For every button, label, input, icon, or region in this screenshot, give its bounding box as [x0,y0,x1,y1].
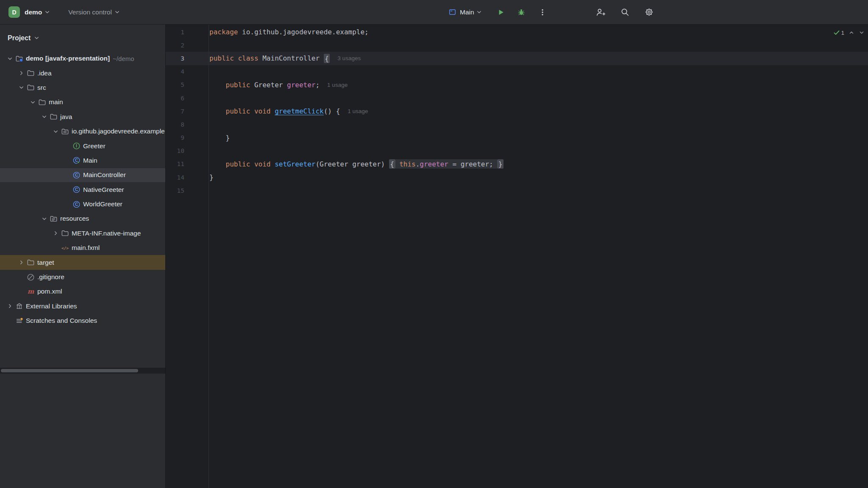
line-number[interactable]: 7 [166,108,184,115]
chevron-right-icon[interactable] [17,259,26,266]
tree-row-main[interactable]: CMain [0,153,165,168]
project-view-header[interactable]: Project [0,25,165,51]
vcs-widget[interactable]: Version control [68,8,120,16]
run-config-name[interactable]: Main [460,8,474,16]
settings-gear-icon[interactable] [645,8,654,17]
tree-row-resources[interactable]: resources [0,211,165,226]
code-line-2[interactable]: 2 [166,39,868,52]
tree-row-io-github-jagodevreede-example[interactable]: io.github.jagodevreede.example [0,124,165,139]
debug-button[interactable] [517,8,526,17]
tree-row-pom-xml[interactable]: mpom.xml [0,284,165,299]
tree-label: pom.xml [37,288,62,295]
main-toolbar: D demo Version control Main [0,0,868,25]
tree-row-idea[interactable]: .idea [0,66,165,80]
tree-row-java[interactable]: java [0,110,165,124]
more-actions-button[interactable] [538,8,547,17]
chevron-down-icon [114,9,120,15]
chevron-down-icon[interactable] [5,55,14,62]
tree-label: External Libraries [26,302,77,310]
line-number[interactable]: 9 [166,134,184,141]
tree-row-maincontroller[interactable]: CMainController [0,168,165,182]
tree-row-scratches-and-consoles[interactable]: Scratches and Consoles [0,313,165,328]
project-badge[interactable]: D [8,6,20,18]
next-problem-button[interactable] [859,30,865,36]
class-icon: C [72,186,81,194]
code-line-15[interactable]: 15 [166,184,868,197]
code-line-7[interactable]: 7 public void greetmeClick() {1 usage [166,105,868,118]
usages-inlay-hint[interactable]: 1 usage [327,82,348,88]
chevron-down-icon[interactable] [51,128,60,135]
gutter-fold-area [184,92,209,105]
usages-inlay-hint[interactable]: 1 usage [348,108,368,114]
chevron-down-icon[interactable] [17,84,26,91]
code-line-1[interactable]: 1package io.github.jagodevreede.example; [166,25,868,39]
code-line-5[interactable]: 5 public Greeter greeter;1 usage [166,78,868,92]
tree-label: demo [javafx-presentation] [26,55,110,62]
tree-row-demo-javafx-presentation[interactable]: demo [javafx-presentation]~/demo [0,51,165,66]
gutter-fold-area [184,158,209,171]
run-button[interactable] [497,8,505,17]
line-number[interactable]: 6 [166,95,184,102]
tree-row-worldgreeter[interactable]: CWorldGreeter [0,197,165,211]
line-number[interactable]: 1 [166,29,184,36]
gutter-fold-area [184,144,209,158]
chevron-right-icon[interactable] [51,230,60,236]
tree-row-main-fxml[interactable]: </>main.fxml [0,241,165,255]
svg-text:C: C [75,202,78,207]
code-line-3[interactable]: 3public class MainController {3 usages [166,52,868,65]
line-number[interactable]: 5 [166,81,184,88]
tree-row-meta-inf-native-image[interactable]: META-INF.native-image [0,226,165,241]
previous-problem-button[interactable] [849,30,854,36]
folder-icon [26,83,35,92]
chevron-down-icon[interactable] [39,114,49,120]
tree-row-external-libraries[interactable]: External Libraries [0,299,165,313]
class-run-icon: C [72,156,81,164]
horizontal-scrollbar-thumb[interactable] [1,369,138,372]
project-switcher[interactable]: demo [25,8,50,16]
usages-inlay-hint[interactable]: 3 usages [337,55,361,61]
scratches-icon [14,317,24,325]
line-number[interactable]: 4 [166,68,184,75]
line-number[interactable]: 10 [166,147,184,154]
horizontal-scrollbar-track[interactable] [0,368,165,374]
add-user-icon[interactable] [596,8,605,17]
editor-content: 1package io.github.jagodevreede.example;… [166,25,868,197]
line-number[interactable]: 3 [166,55,184,62]
code-line-11[interactable]: 11 public void setGreeter(Greeter greete… [166,158,868,171]
tree-row-nativegreeter[interactable]: CNativeGreeter [0,183,165,197]
folder-icon [26,69,35,77]
code-line-14[interactable]: 14} [166,171,868,184]
line-number[interactable]: 14 [166,174,184,181]
code-line-6[interactable]: 6 [166,92,868,105]
code-line-4[interactable]: 4 [166,65,868,78]
svg-text:C: C [75,187,78,192]
code-line-9[interactable]: 9 } [166,131,868,144]
tree-row-main[interactable]: main [0,95,165,109]
code-line-10[interactable]: 10 [166,144,868,158]
run-widget: Main [448,0,547,24]
run-config-app-icon[interactable] [448,8,456,16]
chevron-down-icon[interactable] [39,216,49,222]
chevron-down-icon[interactable] [28,99,37,105]
code-text: package io.github.jagodevreede.example; [209,25,369,39]
chevron-right-icon[interactable] [17,70,26,76]
tree-label: src [37,84,46,92]
line-number[interactable]: 15 [166,187,184,194]
tree-row-target[interactable]: target [0,255,165,269]
tree-row-gitignore[interactable]: .gitignore [0,270,165,284]
search-icon[interactable] [620,8,629,17]
tree-path-suffix: ~/demo [113,55,134,62]
code-line-8[interactable]: 8 [166,118,868,131]
line-number[interactable]: 11 [166,161,184,167]
chevron-right-icon[interactable] [5,303,14,309]
chevron-down-icon[interactable] [476,9,482,15]
line-number[interactable]: 8 [166,121,184,128]
inspections-ok-button[interactable]: 1 [833,29,844,36]
folder-icon [60,229,70,237]
code-editor[interactable]: 1package io.github.jagodevreede.example;… [165,25,868,488]
line-number[interactable]: 2 [166,42,184,49]
toolbar-left-group: D demo Version control [8,0,120,24]
tree-row-greeter[interactable]: IGreeter [0,139,165,153]
project-view-title: Project [8,34,31,42]
tree-row-src[interactable]: src [0,80,165,95]
